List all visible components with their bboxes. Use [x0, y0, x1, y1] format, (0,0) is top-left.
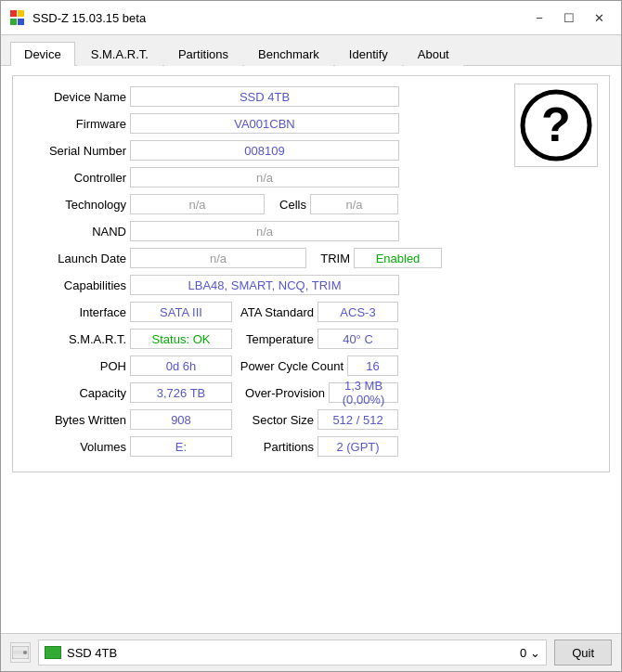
smart-label: S.M.A.R.T.	[24, 332, 126, 346]
tab-partitions[interactable]: Partitions	[164, 42, 242, 66]
interface-field: SATA III	[130, 302, 232, 322]
overprovision-field: 1,3 MB (0,00%)	[329, 382, 398, 403]
cells-field: n/a	[310, 194, 398, 214]
smart-field: Status: OK	[130, 329, 232, 349]
device-name-label: Device Name	[24, 90, 126, 104]
drive-icon	[10, 642, 31, 663]
bottom-bar: SSD 4TB 0 ⌄ Quit	[1, 633, 621, 671]
temperature-label: Temperature	[232, 332, 314, 346]
drive-name: SSD 4TB	[67, 646, 117, 660]
smart-row: S.M.A.R.T. Status: OK Temperature 40° C	[24, 328, 598, 350]
controller-row: Controller n/a	[24, 166, 598, 188]
device-icon: ?	[514, 84, 598, 167]
svg-text:?: ?	[541, 97, 571, 151]
tab-bar: Device S.M.A.R.T. Partitions Benchmark I…	[1, 35, 621, 66]
poh-field: 0d 6h	[130, 355, 232, 376]
partitions-field: 2 (GPT)	[317, 436, 398, 457]
capacity-field: 3,726 TB	[130, 382, 232, 403]
sector-label: Sector Size	[232, 413, 314, 427]
nand-row: NAND n/a	[24, 220, 598, 242]
trim-label: TRIM	[306, 252, 350, 265]
tab-smart[interactable]: S.M.A.R.T.	[77, 42, 162, 66]
quit-button[interactable]: Quit	[554, 640, 612, 666]
temperature-field: 40° C	[317, 329, 398, 349]
capabilities-label: Capabilities	[24, 278, 126, 292]
main-window: SSD-Z 15.03.15 beta − ☐ ✕ Device S.M.A.R…	[0, 0, 622, 672]
serial-label: Serial Number	[24, 144, 126, 158]
technology-row: Technology n/a Cells n/a	[24, 193, 598, 215]
cells-label: Cells	[265, 198, 306, 212]
poh-row: POH 0d 6h Power Cycle Count 16	[24, 355, 598, 377]
ata-label: ATA Standard	[232, 305, 314, 319]
ata-field: ACS-3	[317, 302, 398, 322]
power-cycle-label: Power Cycle Count	[232, 359, 343, 373]
device-name-field: SSD 4TB	[130, 86, 399, 107]
trim-field: Enabled	[354, 248, 442, 268]
dropdown-icon: ⌄	[530, 646, 540, 660]
capacity-row: Capacity 3,726 TB Over-Provision 1,3 MB …	[24, 381, 598, 404]
capabilities-row: Capabilities LBA48, SMART, NCQ, TRIM	[24, 274, 598, 296]
volumes-label: Volumes	[24, 440, 126, 454]
tab-device[interactable]: Device	[10, 42, 75, 66]
content-area: ? Device Name SSD 4TB Firmware VA001CBN …	[1, 66, 621, 633]
close-button[interactable]: ✕	[586, 8, 612, 27]
tab-about[interactable]: About	[404, 42, 463, 66]
title-bar: SSD-Z 15.03.15 beta − ☐ ✕	[1, 1, 621, 35]
serial-row: Serial Number 008109	[24, 139, 598, 162]
serial-field: 008109	[130, 140, 399, 161]
interface-label: Interface	[24, 305, 126, 319]
window-title: SSD-Z 15.03.15 beta	[32, 11, 519, 25]
tab-benchmark[interactable]: Benchmark	[244, 42, 333, 66]
window-controls: − ☐ ✕	[526, 8, 612, 27]
technology-label: Technology	[24, 198, 126, 212]
device-name-row: Device Name SSD 4TB	[24, 85, 598, 108]
nand-field: n/a	[130, 221, 399, 241]
launch-label: Launch Date	[24, 252, 126, 265]
launch-row: Launch Date n/a TRIM Enabled	[24, 247, 598, 269]
firmware-field: VA001CBN	[130, 113, 399, 134]
app-icon	[10, 10, 25, 25]
bytes-written-label: Bytes Written	[24, 413, 126, 427]
svg-point-4	[23, 651, 27, 654]
nand-label: NAND	[24, 225, 126, 239]
drive-selector[interactable]: SSD 4TB 0 ⌄	[38, 640, 547, 666]
drive-status-indicator	[45, 646, 61, 659]
sector-field: 512 / 512	[317, 409, 398, 430]
controller-label: Controller	[24, 171, 126, 185]
overprovision-label: Over-Provision	[232, 386, 325, 400]
poh-label: POH	[24, 359, 126, 373]
tab-identify[interactable]: Identify	[335, 42, 402, 66]
volumes-row: Volumes E: Partitions 2 (GPT)	[24, 435, 598, 458]
technology-field: n/a	[130, 194, 265, 214]
bytes-written-row: Bytes Written 908 Sector Size 512 / 512	[24, 408, 598, 431]
bytes-written-field: 908	[130, 409, 232, 430]
interface-row: Interface SATA III ATA Standard ACS-3	[24, 301, 598, 323]
controller-field: n/a	[130, 167, 399, 187]
firmware-label: Firmware	[24, 117, 126, 131]
launch-field: n/a	[130, 248, 306, 268]
capacity-label: Capacity	[24, 386, 126, 400]
power-cycle-field: 16	[347, 355, 398, 376]
partitions-label: Partitions	[232, 440, 314, 454]
volumes-field: E:	[130, 436, 232, 457]
firmware-row: Firmware VA001CBN	[24, 112, 598, 135]
maximize-button[interactable]: ☐	[556, 8, 582, 27]
device-info-panel: ? Device Name SSD 4TB Firmware VA001CBN …	[12, 75, 610, 472]
drive-num: 0	[520, 646, 526, 660]
minimize-button[interactable]: −	[526, 8, 552, 27]
capabilities-field: LBA48, SMART, NCQ, TRIM	[130, 275, 399, 295]
